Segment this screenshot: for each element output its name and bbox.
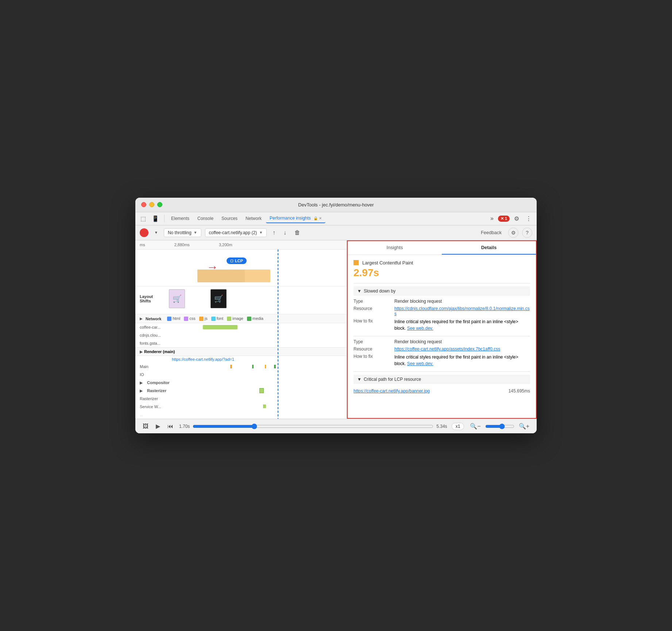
help-button[interactable]: ? [522,228,532,238]
slowed-down-section-header[interactable]: ▼ Slowed down by [354,286,530,296]
legend-css: css [184,316,196,321]
slowed-down-heading: Slowed down by [364,289,395,294]
settings-gear-button[interactable]: ⚙ [508,228,518,238]
more-options-button[interactable]: ⋮ [524,214,534,224]
network-row-label-2: cdnjs.clou... [140,333,169,337]
slowed-down-chevron: ▼ [357,289,362,294]
main-bar-4 [274,365,276,368]
network-row-2: cdnjs.clou... [135,331,347,339]
timeline-ruler: ms 2,880ms 3,200m [135,240,347,249]
zoom-range[interactable] [485,423,514,429]
inspect-element-button[interactable]: ⬚ [138,214,148,224]
network-expand-icon[interactable]: ▶ [140,317,143,321]
lcp-area: → ▢ LCP [135,249,347,286]
playback-end-time: 5.34s [436,424,447,429]
zoom-out-button[interactable]: 🔍− [468,422,482,430]
close-button[interactable] [141,202,146,207]
legend-image: image [227,316,243,321]
extra-dots: ... [140,413,143,417]
see-webdev-2[interactable]: See web.dev. [407,361,433,366]
renderer-url[interactable]: https://coffee-cart.netlify.app/?ad=1 [135,356,347,363]
lcp-badge[interactable]: ▢ LCP [227,258,247,264]
howtofix-text-1: Inline critical styles required for the … [394,318,530,332]
io-label: IO [140,372,144,377]
maximize-button[interactable] [157,202,162,207]
screenshot-toggle-button[interactable]: 🖼 [141,422,150,430]
legend-html: html [167,316,180,321]
servicew-bar [263,404,266,408]
upload-button[interactable]: ↑ [270,228,278,237]
resource-link-2[interactable]: https://coffee-cart.netlify.app/assets/i… [394,347,530,352]
renderer-row-servicew: Service W... [135,403,347,411]
error-icon: ✕ [501,216,504,221]
renderer-row-io: IO [135,371,347,379]
devtools-window: DevTools - jec.fyi/demo/menu-hover ⬚ 📱 E… [135,198,537,433]
rasterizer-expand-icon[interactable]: ▶ [140,389,143,393]
type-label-2: Type [354,339,390,344]
playback-range[interactable] [193,423,433,429]
servicew-label: Service W... [140,404,161,409]
ruler-label-3200: 3,200m [219,243,232,247]
resource-link-1[interactable]: https://cdnjs.cloudflare.com/ajax/libs/n… [394,306,530,316]
compositor-expand-icon[interactable]: ▶ [140,381,143,385]
main-bar-1 [230,365,232,368]
network-row-label-1: coffee-car... [140,325,169,329]
zoom-in-button[interactable]: 🔍+ [517,422,531,430]
tab-sources[interactable]: Sources [218,214,241,223]
lcp-color-indicator [354,260,359,265]
play-button[interactable]: ▶ [154,422,162,430]
download-button[interactable]: ↓ [281,228,289,237]
network-row-label-3: fonts.gsta... [140,341,169,345]
tab-console[interactable]: Console [194,214,217,223]
speed-badge[interactable]: x1 [452,423,464,430]
renderer-row-main-label: Main [140,364,169,369]
minimize-button[interactable] [149,202,154,207]
titlebar: DevTools - jec.fyi/demo/menu-hover [135,198,537,212]
more-tabs-button[interactable]: » [488,214,496,223]
delete-button[interactable]: 🗑 [292,228,302,237]
tab-insights[interactable]: Insights [348,241,442,255]
lcp-bg-bar-orange [197,270,270,282]
dropdown-arrow-record[interactable]: ▼ [152,229,160,236]
resource-label-2: Resource [354,347,390,352]
slowed-item-2: Type Render blocking request Resource ht… [354,339,530,367]
renderer-row-rasterizer: ▶ Rasterizer [135,387,347,395]
critical-path-header[interactable]: ▼ Critical path for LCP resource [354,375,530,384]
settings-button[interactable]: ⚙ [512,214,521,224]
type-label-1: Type [354,299,390,304]
lcp-label: LCP [235,259,243,263]
skip-to-start-button[interactable]: ⏮ [166,422,175,430]
playback-slider-area: 1.70s 5.34s [179,423,447,429]
thumbnail-row: 🛒 🛒 [169,288,227,310]
legend-font: font [211,316,223,321]
throttling-dropdown[interactable]: No throttling ▼ [164,228,201,237]
renderer-section: ▶ Renderer (main) https://coffee-cart.ne… [135,347,347,419]
critical-link-1[interactable]: https://coffee-cart.netlify.app/banner.j… [354,388,430,394]
tab-performance-insights[interactable]: Performance insights 🔒 ✕ [266,214,325,223]
tab-network[interactable]: Network [242,214,265,223]
tab-close-icon[interactable]: 🔒 ✕ [313,216,322,220]
rasterizer-bar [259,388,264,393]
feedback-button[interactable]: Feedback [478,228,505,237]
record-button[interactable] [140,228,148,237]
lcp-metric-value: 2.97s [354,267,530,279]
playback-start-time: 1.70s [179,424,190,429]
lcp-dashed-line [278,249,278,419]
network-row-3: fonts.gsta... [135,339,347,347]
error-badge[interactable]: ✕ 1 [498,216,510,222]
window-title: DevTools - jec.fyi/demo/menu-hover [298,202,374,208]
zoom-controls: 🔍− 🔍+ [468,422,531,430]
critical-time-1: 145.695ms [509,388,530,394]
profile-dropdown-arrow: ▼ [259,231,263,235]
network-profile-dropdown[interactable]: coffee-cart.netlify.app (2) ▼ [205,228,267,237]
rasterizer-label: Rasterizer [147,388,166,393]
layout-shifts-section: LayoutShifts 🛒 🛒 [135,286,347,314]
traffic-lights [141,202,162,207]
tab-details[interactable]: Details [442,241,536,255]
device-toggle-button[interactable]: 📱 [150,214,161,224]
see-webdev-1[interactable]: See web.dev. [407,326,433,331]
tab-elements[interactable]: Elements [167,214,193,223]
main-content: ms 2,880ms 3,200m → ▢ LCP [135,240,537,419]
critical-path-heading: Critical path for LCP resource [364,377,421,382]
renderer-expand-icon[interactable]: ▶ [140,350,143,354]
